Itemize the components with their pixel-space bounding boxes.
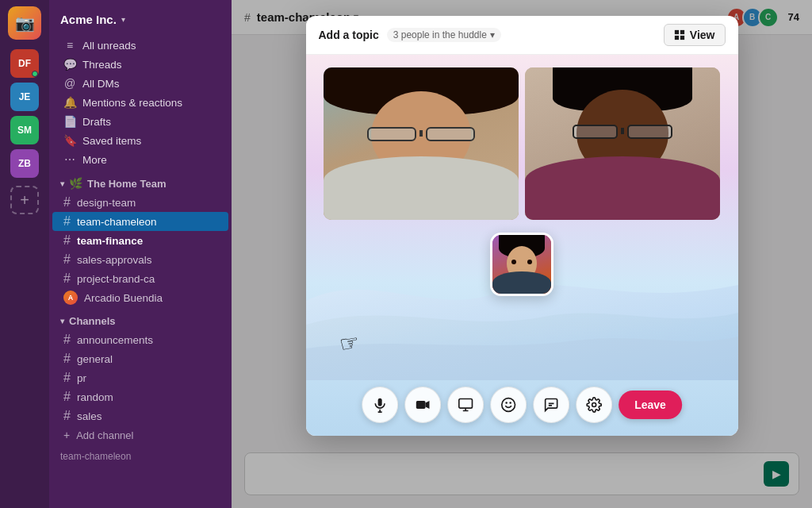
hash-icon: # [63, 352, 71, 366]
channel-random[interactable]: # random [52, 387, 228, 406]
sidebar: Acme Inc. ▾ ≡ All unreads 💬 Threads @ Al… [49, 0, 232, 508]
threads-icon: 💬 [63, 58, 76, 71]
workspace-icon[interactable]: 📷 [8, 6, 41, 40]
screen-share-button[interactable] [447, 387, 484, 423]
workspace-chevron: ▾ [121, 15, 125, 24]
channels-section-label: Channels [69, 315, 116, 327]
view-button[interactable]: View [664, 24, 726, 46]
video-tile-1 [324, 67, 519, 220]
channel-general[interactable]: # general [52, 349, 228, 368]
channel-team-chameleon[interactable]: # team-chameleon [52, 212, 228, 231]
saved-icon: 🔖 [63, 134, 76, 147]
avatar-zb[interactable]: ZB [10, 149, 39, 178]
add-channel-button[interactable]: + Add channel [52, 425, 228, 444]
add-workspace-button[interactable]: + [10, 186, 39, 214]
main-content: # team-chameleon ▾ A B C 74 ▶ Add [232, 0, 812, 508]
mentions-icon: 🔔 [63, 96, 76, 109]
svg-rect-4 [378, 398, 382, 406]
avatar-sm[interactable]: SM [10, 116, 39, 144]
svg-rect-2 [675, 36, 679, 40]
online-badge [32, 71, 38, 77]
video-icon [415, 397, 431, 413]
add-channel-icon: + [63, 429, 70, 441]
video-area: ☞ [306, 55, 738, 436]
hash-icon: # [63, 233, 71, 248]
svg-rect-7 [416, 401, 426, 409]
sidebar-item-threads[interactable]: 💬 Threads [52, 55, 228, 74]
sidebar-item-all-dms[interactable]: @ All DMs [52, 74, 228, 93]
huddle-header: Add a topic 3 people in the huddle ▾ Vie… [306, 16, 738, 55]
video-grid [311, 55, 733, 226]
sidebar-item-saved[interactable]: 🔖 Saved items [52, 131, 228, 150]
hash-icon: # [63, 252, 71, 267]
team-chevron-icon: ▾ [60, 179, 64, 188]
grid-icon [674, 29, 685, 40]
workspace-header[interactable]: Acme Inc. ▾ [49, 6, 232, 36]
hash-icon: # [63, 333, 71, 347]
chat-icon [543, 397, 559, 413]
channel-sales[interactable]: # sales [52, 406, 228, 425]
people-count-badge[interactable]: 3 people in the huddle ▾ [387, 28, 501, 42]
channels-section-header[interactable]: ▾ Channels [49, 307, 232, 330]
self-view-tile [490, 233, 553, 296]
team-name: The Home Team [87, 178, 166, 190]
add-topic-label[interactable]: Add a topic [319, 29, 379, 41]
sidebar-item-drafts[interactable]: 📄 Drafts [52, 112, 228, 131]
channel-sales-approvals[interactable]: # sales-approvals [52, 250, 228, 269]
channels-chevron-icon: ▾ [60, 317, 64, 325]
huddle-overlay: Add a topic 3 people in the huddle ▾ Vie… [232, 0, 812, 508]
chat-button[interactable] [533, 387, 569, 423]
self-video-tile [490, 233, 553, 296]
svg-rect-0 [675, 30, 679, 34]
badge-chevron-icon: ▾ [490, 29, 495, 40]
control-bar: Leave [362, 387, 682, 423]
settings-button[interactable] [576, 387, 612, 423]
channel-footer: team-chameleon [49, 444, 232, 468]
leave-button[interactable]: Leave [619, 391, 682, 419]
hash-icon: # [63, 371, 71, 385]
screen-icon [458, 397, 473, 413]
settings-icon [586, 397, 602, 413]
dms-icon: @ [63, 77, 76, 90]
huddle-modal: Add a topic 3 people in the huddle ▾ Vie… [306, 16, 738, 436]
arcadio-avatar: A [63, 291, 78, 305]
workspace-name: Acme Inc. [60, 13, 117, 26]
drafts-icon: 📄 [63, 115, 76, 128]
channel-design-team[interactable]: # design-team [52, 193, 228, 212]
video-tile-2 [525, 67, 720, 220]
svg-rect-8 [459, 399, 473, 409]
sidebar-item-mentions[interactable]: 🔔 Mentions & reactions [52, 93, 228, 112]
hash-icon: # [63, 409, 71, 423]
huddle-header-left: Add a topic 3 people in the huddle ▾ [319, 28, 501, 42]
sidebar-item-more[interactable]: ⋯ More [52, 150, 228, 169]
cursor-hand: ☞ [337, 329, 361, 358]
video-button[interactable] [404, 387, 441, 423]
all-unreads-icon: ≡ [63, 39, 76, 52]
avatar-df[interactable]: DF [10, 49, 39, 78]
svg-point-11 [502, 398, 515, 412]
mic-button[interactable] [362, 387, 398, 423]
hash-icon: # [63, 390, 71, 404]
svg-rect-3 [680, 36, 684, 40]
svg-rect-1 [680, 30, 684, 34]
sidebar-item-all-unreads[interactable]: ≡ All unreads [52, 36, 228, 55]
hash-icon: # [63, 214, 71, 229]
emoji-button[interactable] [490, 387, 527, 423]
team-section-header[interactable]: ▾ 🌿 The Home Team [49, 169, 232, 193]
emoji-icon [500, 397, 516, 413]
channel-team-finance[interactable]: # team-finance [52, 231, 228, 250]
mic-icon [372, 397, 388, 413]
avatar-je[interactable]: JE [10, 83, 39, 111]
channel-announcements[interactable]: # announcements [52, 330, 228, 349]
icon-bar: 📷 DF JE SM ZB + [0, 0, 49, 508]
hash-icon: # [63, 195, 71, 210]
team-icon: 🌿 [69, 177, 82, 190]
channel-project-brand-ca[interactable]: # project-brand-ca [52, 269, 228, 288]
dm-arcadio[interactable]: A Arcadio Buendia [52, 288, 228, 307]
channel-pr[interactable]: # pr [52, 368, 228, 387]
more-icon: ⋯ [63, 153, 76, 166]
svg-point-16 [592, 403, 596, 407]
hash-icon: # [63, 271, 71, 286]
